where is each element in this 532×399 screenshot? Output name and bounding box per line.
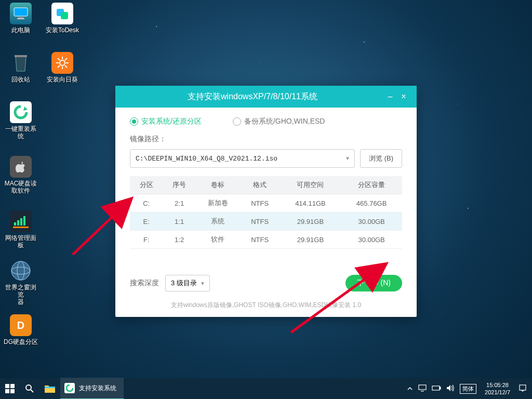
- col-format: 格式: [240, 176, 280, 194]
- svg-line-31: [31, 390, 33, 392]
- tray-up-icon[interactable]: [407, 378, 413, 399]
- svg-rect-26: [5, 384, 9, 388]
- svg-point-15: [60, 60, 65, 65]
- desktop-icon-theworld-browser[interactable]: 世界之窗浏览 器: [3, 260, 39, 305]
- search-depth-select[interactable]: 3 级目录 ▼: [165, 275, 210, 291]
- taskbar: 支持安装系统 简体 15:05:28 2021/12/7: [0, 378, 532, 399]
- svg-rect-33: [419, 385, 426, 390]
- col-partition: 分区: [130, 176, 163, 194]
- next-button[interactable]: 下一步 (N): [345, 275, 402, 291]
- close-button[interactable]: ×: [397, 90, 410, 103]
- desktop-icon-diskgenius[interactable]: D DG硬盘分区: [3, 314, 39, 345]
- svg-rect-5: [17, 220, 19, 225]
- folder-icon: [45, 384, 55, 393]
- svg-rect-14: [61, 12, 68, 19]
- desktop-icon-network-panel[interactable]: 网络管理面板: [3, 210, 39, 249]
- radio-on-icon: [130, 117, 138, 126]
- svg-rect-28: [5, 389, 9, 393]
- tab-install-restore[interactable]: 安装系统/还原分区: [130, 117, 202, 126]
- icon-label: MAC硬盘读 取软件: [3, 180, 39, 194]
- svg-line-22: [58, 65, 60, 68]
- taskbar-app-label: 支持安装系统: [79, 384, 116, 393]
- image-path-label: 镜像路径：: [130, 135, 402, 144]
- svg-rect-0: [14, 8, 28, 16]
- svg-rect-37: [520, 385, 526, 390]
- svg-line-21: [65, 65, 67, 68]
- taskbar-app-installer[interactable]: 支持安装系统: [60, 378, 124, 399]
- svg-line-23: [65, 58, 67, 60]
- desktop-icon-todesk[interactable]: 安装ToDesk: [44, 3, 81, 34]
- windows-icon: [5, 384, 15, 393]
- icon-label: 安装向日葵: [44, 76, 81, 83]
- installer-window: 支持安装windowsXP/7/8/10/11系统 – × 安装系统/还原分区 …: [115, 86, 417, 317]
- table-row-selected[interactable]: E:1:1系统NTFS29.91GB30.00GB: [130, 212, 402, 231]
- image-path-dropdown[interactable]: C:\DEEPIN_WIN10_X64_Q8_V2021.12.iso ▼: [130, 149, 355, 168]
- desktop-icon-reinstall-system[interactable]: 一键重装系统: [3, 101, 39, 140]
- svg-rect-8: [13, 227, 29, 228]
- desktop-icon-sunflower[interactable]: 安装向日葵: [44, 52, 81, 83]
- search-icon: [25, 384, 34, 393]
- svg-rect-2: [17, 18, 24, 19]
- icon-label: 网络管理面板: [3, 234, 39, 249]
- svg-rect-27: [10, 384, 15, 388]
- desktop-icon-recycle-bin[interactable]: 回收站: [3, 52, 39, 83]
- svg-rect-1: [18, 17, 23, 18]
- titlebar[interactable]: 支持安装windowsXP/7/8/10/11系统 – ×: [115, 86, 417, 108]
- footer-hint: 支持windows原版镜像,GHOST ISO镜像,GHO,WIM,ESD镜像安…: [130, 301, 402, 310]
- svg-rect-6: [20, 218, 22, 225]
- svg-rect-36: [440, 387, 441, 389]
- svg-line-20: [58, 58, 60, 60]
- svg-rect-7: [23, 216, 25, 225]
- icon-label: 安装ToDesk: [44, 26, 81, 34]
- tab-backup[interactable]: 备份系统/GHO,WIN,ESD: [233, 117, 325, 126]
- chevron-down-icon: ▼: [200, 281, 205, 286]
- col-size: 分区容量: [341, 176, 402, 194]
- window-title: 支持安装windowsXP/7/8/10/11系统: [122, 91, 383, 102]
- col-volume: 卷标: [196, 176, 240, 194]
- tray-monitor-icon[interactable]: [418, 384, 427, 393]
- search-depth-label: 搜索深度: [130, 278, 159, 288]
- depth-value: 3 级目录: [171, 278, 197, 288]
- chevron-down-icon: ▼: [346, 156, 349, 162]
- table-row[interactable]: F:1:2软件NTFS29.91GB30.00GB: [130, 231, 402, 249]
- tray-ime[interactable]: 简体: [460, 384, 476, 394]
- image-path-value: C:\DEEPIN_WIN10_X64_Q8_V2021.12.iso: [136, 155, 277, 163]
- tray-volume-icon[interactable]: [446, 384, 455, 393]
- svg-rect-32: [45, 387, 55, 388]
- desktop-icon-this-pc[interactable]: 此电脑: [3, 3, 39, 34]
- svg-rect-4: [14, 222, 16, 225]
- clock-date: 2021/12/7: [485, 389, 510, 396]
- svg-rect-3: [15, 55, 27, 57]
- icon-label: 回收站: [3, 76, 39, 83]
- icon-label: 此电脑: [3, 26, 39, 34]
- svg-point-30: [26, 385, 31, 390]
- explorer-button[interactable]: [39, 378, 60, 399]
- app-icon: [64, 383, 75, 393]
- col-number: 序号: [163, 176, 195, 194]
- clock-time: 15:05:28: [485, 381, 510, 389]
- start-button[interactable]: [0, 378, 20, 399]
- search-button[interactable]: [20, 378, 39, 399]
- icon-label: 世界之窗浏览 器: [3, 284, 39, 305]
- tray-notifications-icon[interactable]: [518, 384, 527, 394]
- svg-rect-35: [432, 386, 440, 390]
- icon-label: 一键重装系统: [3, 125, 39, 140]
- svg-rect-29: [10, 389, 15, 393]
- tray-clock[interactable]: 15:05:28 2021/12/7: [482, 381, 513, 396]
- radio-off-icon: [233, 117, 241, 126]
- table-row[interactable]: C:2:1新加卷NTFS414.11GB465.76GB: [130, 194, 402, 212]
- tray-battery-icon[interactable]: [432, 385, 441, 393]
- tab-label: 安装系统/还原分区: [141, 117, 202, 126]
- partition-table: 分区 序号 卷标 格式 可用空间 分区容量 C:2:1新加卷NTFS414.11…: [130, 176, 402, 249]
- minimize-button[interactable]: –: [383, 90, 397, 103]
- tab-label: 备份系统/GHO,WIN,ESD: [244, 117, 325, 126]
- desktop-icon-mac-disk[interactable]: MAC硬盘读 取软件: [3, 156, 39, 194]
- browse-button[interactable]: 浏览 (B): [360, 149, 402, 168]
- col-free: 可用空间: [280, 176, 341, 194]
- icon-label: DG硬盘分区: [3, 338, 39, 345]
